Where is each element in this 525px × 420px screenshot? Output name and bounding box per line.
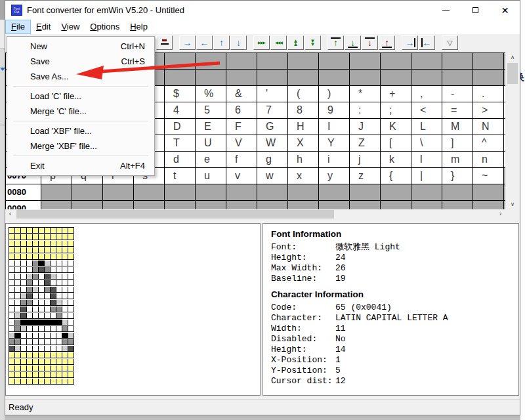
pixel-cell[interactable] (21, 339, 27, 345)
char-cell[interactable]: l (411, 152, 442, 168)
pixel-cell[interactable] (68, 241, 74, 247)
pixel-cell[interactable] (33, 293, 39, 299)
pixel-cell[interactable] (68, 228, 74, 234)
pixel-cell[interactable] (68, 280, 74, 286)
char-cell[interactable] (504, 184, 505, 201)
pixel-cell[interactable] (27, 320, 33, 326)
pixel-cell[interactable] (51, 346, 56, 352)
pixel-cell[interactable] (68, 359, 74, 365)
char-cell[interactable]: $ (165, 86, 196, 102)
pixel-cell[interactable] (39, 320, 45, 326)
pixel-cell[interactable] (15, 267, 21, 273)
pixel-cell[interactable] (33, 300, 39, 306)
pixel-cell[interactable] (9, 228, 15, 234)
char-cell[interactable]: E (196, 119, 226, 135)
pixel-cell[interactable] (56, 306, 62, 312)
pixel-cell[interactable] (9, 339, 15, 345)
pixel-cell[interactable] (15, 287, 21, 293)
pixel-cell[interactable] (33, 366, 39, 371)
char-cell[interactable] (196, 184, 226, 201)
char-cell[interactable] (288, 201, 319, 209)
pixel-cell[interactable] (33, 247, 39, 253)
toolbar-button-double-down[interactable]: ▼▼ (304, 35, 321, 50)
pixel-cell[interactable] (56, 241, 62, 247)
toolbar-button-arrow-right[interactable]: → (179, 35, 196, 50)
pixel-cell[interactable] (21, 313, 27, 319)
toolbar-button-underline-dash[interactable] (156, 35, 173, 50)
pixel-cell[interactable] (33, 241, 39, 247)
char-cell[interactable]: ; (381, 102, 411, 119)
pixel-cell[interactable] (27, 261, 33, 266)
char-cell[interactable] (103, 184, 134, 201)
char-cell[interactable] (165, 53, 196, 70)
char-cell[interactable] (226, 53, 257, 70)
char-cell[interactable]: g (257, 152, 288, 168)
char-cell[interactable] (504, 201, 505, 209)
pixel-cell[interactable] (21, 366, 27, 371)
pixel-cell[interactable] (27, 333, 33, 339)
pixel-cell[interactable] (62, 261, 68, 266)
char-cell[interactable] (257, 53, 288, 70)
char-cell[interactable]: < (411, 102, 442, 119)
pixel-cell[interactable] (9, 293, 15, 299)
menu-item-merge-xbf-file[interactable]: Merge 'XBF' file... (7, 138, 154, 154)
pixel-cell[interactable] (15, 359, 21, 365)
pixel-cell[interactable] (51, 228, 56, 234)
char-cell[interactable]: & (226, 86, 257, 102)
pixel-cell[interactable] (33, 339, 39, 345)
pixel-cell[interactable] (45, 366, 51, 371)
pixel-cell[interactable] (45, 261, 51, 266)
char-cell[interactable]: k (381, 152, 411, 168)
pixel-cell[interactable] (9, 326, 15, 332)
pixel-cell[interactable] (21, 306, 27, 312)
pixel-cell[interactable] (9, 306, 15, 312)
char-cell[interactable] (350, 184, 381, 201)
pixel-cell[interactable] (9, 287, 15, 293)
pixel-cell[interactable] (39, 326, 45, 332)
toolbar-button-to-bottom[interactable]: ↓ (345, 35, 361, 50)
pixel-cell[interactable] (15, 300, 21, 306)
char-cell[interactable]: * (350, 86, 381, 102)
pixel-cell[interactable] (39, 247, 45, 253)
pixel-cell[interactable] (56, 372, 62, 378)
char-cell[interactable]: , (411, 86, 442, 102)
pixel-cell[interactable] (51, 254, 56, 260)
char-cell[interactable]: [ (381, 135, 411, 152)
pixel-cell[interactable] (9, 261, 15, 266)
pixel-cell[interactable] (62, 228, 68, 234)
pixel-cell[interactable] (15, 274, 21, 280)
pixel-cell[interactable] (15, 254, 21, 260)
char-cell[interactable]: K (381, 119, 411, 135)
pixel-cell[interactable] (27, 379, 33, 385)
char-cell[interactable]: t (165, 168, 196, 184)
pixel-cell[interactable] (21, 234, 27, 240)
scroll-down-icon[interactable]: ∨ (507, 200, 518, 209)
pixel-cell[interactable] (33, 326, 39, 332)
pixel-cell[interactable] (56, 247, 62, 253)
pixel-cell[interactable] (45, 352, 51, 358)
pixel-cell[interactable] (21, 333, 27, 339)
char-cell[interactable]: \ (411, 135, 442, 152)
grid-horizontal-scrollbar[interactable]: ‹ › (5, 209, 505, 219)
pixel-cell[interactable] (15, 379, 21, 385)
char-cell[interactable]: n (473, 152, 504, 168)
char-cell[interactable] (72, 184, 103, 201)
char-cell[interactable] (134, 201, 165, 209)
char-cell[interactable] (411, 184, 442, 201)
pixel-cell[interactable] (15, 366, 21, 371)
grid-vertical-scrollbar[interactable]: ∧ ∨ (507, 52, 518, 209)
char-cell[interactable]: f (226, 152, 257, 168)
pixel-cell[interactable] (15, 372, 21, 378)
pixel-cell[interactable] (68, 346, 74, 352)
pixel-cell[interactable] (56, 254, 62, 260)
char-cell[interactable]: J (350, 119, 381, 135)
pixel-cell[interactable] (21, 280, 27, 286)
pixel-cell[interactable] (68, 254, 74, 260)
pixel-cell[interactable] (39, 287, 45, 293)
pixel-cell[interactable] (15, 352, 21, 358)
pixel-cell[interactable] (56, 228, 62, 234)
pixel-cell[interactable] (33, 313, 39, 319)
pixel-cell[interactable] (56, 352, 62, 358)
pixel-cell[interactable] (27, 247, 33, 253)
pixel-cell[interactable] (33, 379, 39, 385)
